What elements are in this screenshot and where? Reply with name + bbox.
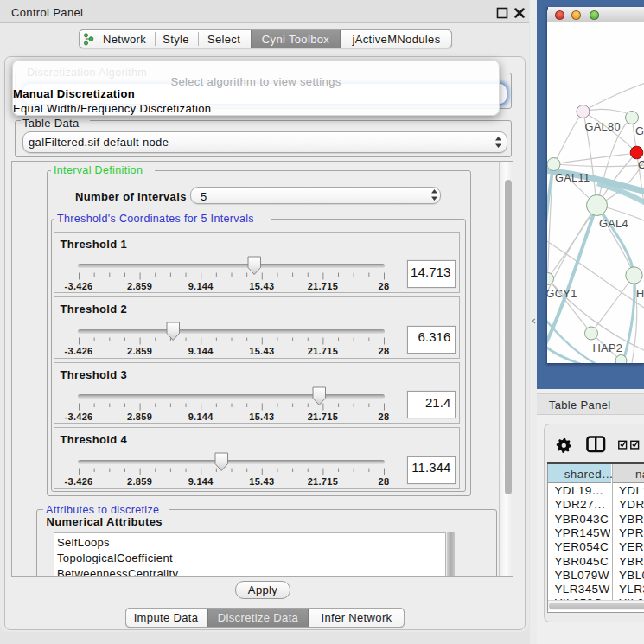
svg-text:GAL80: GAL80 [585,120,621,133]
svg-text:HAP2: HAP2 [593,341,623,354]
svg-text:GCY1: GCY1 [547,287,577,300]
svg-text:GAL4: GAL4 [599,217,628,230]
svg-text:GAL11: GAL11 [555,171,590,184]
svg-text:C: C [638,158,644,171]
svg-text:GA: GA [635,124,644,137]
svg-text:H: H [636,287,644,300]
